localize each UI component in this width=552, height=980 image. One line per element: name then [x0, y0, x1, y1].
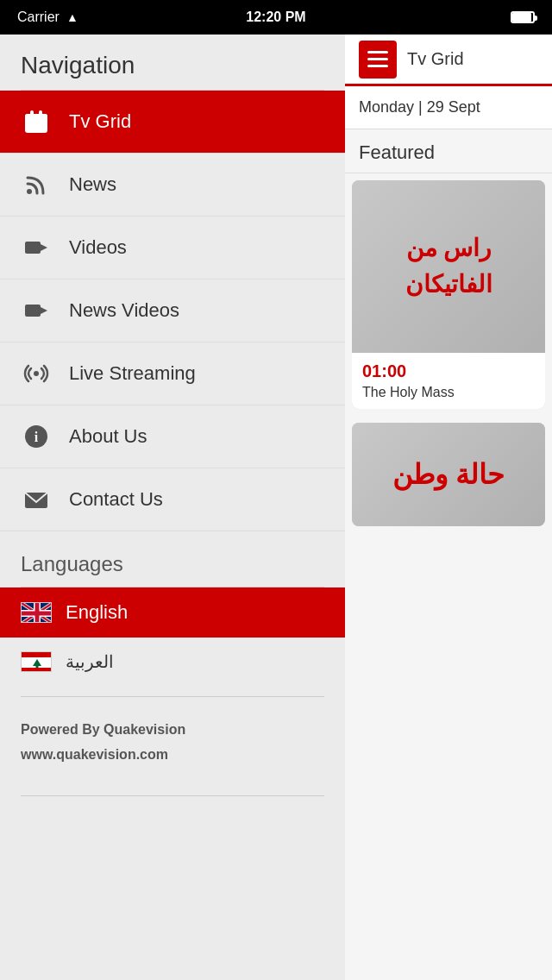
right-header-title: Tv Grid	[407, 49, 464, 69]
svg-rect-3	[39, 110, 42, 117]
card-time-1: 01:00	[362, 361, 535, 381]
lb-flag	[21, 651, 52, 672]
status-bar-left: Carrier ▲	[17, 9, 78, 25]
live-streaming-label: Live Streaming	[69, 362, 196, 385]
sidebar-item-news-videos[interactable]: News Videos	[0, 280, 345, 342]
uk-flag	[21, 602, 52, 623]
sidebar-item-about-us[interactable]: i About Us	[0, 405, 345, 468]
calendar-icon	[21, 106, 52, 137]
svg-point-10	[27, 189, 32, 194]
card-arabic-text-1: راس منالفاتيكان	[392, 217, 506, 317]
sidebar-item-tv-grid[interactable]: Tv Grid	[0, 91, 345, 154]
arabic-label: العربية	[66, 651, 114, 672]
svg-rect-13	[25, 305, 41, 317]
svg-rect-9	[41, 128, 44, 130]
footer-divider	[21, 795, 324, 796]
about-us-label: About Us	[69, 425, 147, 448]
svg-rect-8	[34, 128, 38, 130]
lang-item-english[interactable]: English	[0, 587, 345, 638]
svg-rect-32	[36, 664, 39, 668]
card-info-1: 01:00 The Holy Mass	[352, 353, 545, 409]
hamburger-button[interactable]	[359, 41, 397, 79]
svg-marker-14	[41, 307, 47, 314]
hamburger-line-3	[367, 65, 388, 67]
svg-rect-4	[28, 122, 32, 125]
right-panel: Tv Grid Monday | 29 Sept Featured راس من…	[345, 35, 552, 980]
svg-point-15	[34, 371, 39, 376]
status-bar-right	[511, 11, 535, 23]
date-bar: Monday | 29 Sept	[345, 86, 552, 129]
sidebar: Navigation Tv Grid	[0, 35, 345, 980]
video-icon	[21, 232, 52, 263]
svg-rect-5	[34, 122, 38, 125]
svg-rect-1	[25, 114, 47, 121]
sidebar-item-news[interactable]: News	[0, 154, 345, 217]
news-videos-label: News Videos	[69, 299, 179, 322]
news-label: News	[69, 173, 116, 196]
rss-icon	[21, 169, 52, 200]
sidebar-item-contact-us[interactable]: Contact Us	[0, 468, 345, 531]
svg-rect-27	[22, 612, 52, 616]
featured-card-2[interactable]: حالة وطن	[352, 423, 545, 526]
lang-item-arabic[interactable]: العربية	[0, 638, 345, 686]
videos-label: Videos	[69, 236, 127, 259]
broadcast-icon	[21, 358, 52, 389]
wifi-icon: ▲	[66, 10, 78, 24]
card-image-1: راس منالفاتيكان	[352, 180, 545, 353]
svg-rect-2	[30, 110, 34, 117]
envelope-icon	[21, 484, 52, 515]
languages-header: Languages	[0, 531, 345, 587]
main-container: Navigation Tv Grid	[0, 35, 552, 980]
featured-label: Featured	[345, 129, 552, 173]
sidebar-item-videos[interactable]: Videos	[0, 217, 345, 280]
svg-text:i: i	[34, 430, 39, 444]
powered-by: Powered By Quakevision	[21, 718, 324, 743]
tv-grid-label: Tv Grid	[69, 110, 131, 133]
svg-rect-30	[22, 668, 52, 672]
carrier-label: Carrier	[17, 9, 60, 25]
status-bar-time: 12:20 PM	[246, 9, 305, 25]
card-title-1: The Holy Mass	[362, 385, 535, 400]
svg-marker-12	[41, 244, 47, 251]
svg-rect-29	[22, 652, 52, 657]
sidebar-footer: Powered By Quakevision www.quakevision.c…	[0, 697, 345, 782]
navigation-header: Navigation	[0, 35, 345, 90]
card-arabic-text-2: حالة وطن	[379, 440, 518, 509]
status-bar: Carrier ▲ 12:20 PM	[0, 0, 552, 35]
sidebar-item-live-streaming[interactable]: Live Streaming	[0, 342, 345, 405]
english-label: English	[66, 601, 128, 624]
contact-us-label: Contact Us	[69, 488, 163, 511]
website: www.quakevision.com	[21, 743, 324, 768]
info-icon: i	[21, 421, 52, 452]
card-image-2: حالة وطن	[352, 423, 545, 526]
svg-rect-11	[25, 242, 41, 254]
battery-icon	[511, 11, 535, 23]
featured-card-1[interactable]: راس منالفاتيكان 01:00 The Holy Mass	[352, 180, 545, 409]
svg-rect-6	[41, 122, 44, 125]
right-header: Tv Grid	[345, 35, 552, 86]
news-video-icon	[21, 295, 52, 326]
hamburger-line-2	[367, 58, 388, 60]
svg-rect-7	[28, 128, 32, 130]
hamburger-line-1	[367, 51, 388, 53]
